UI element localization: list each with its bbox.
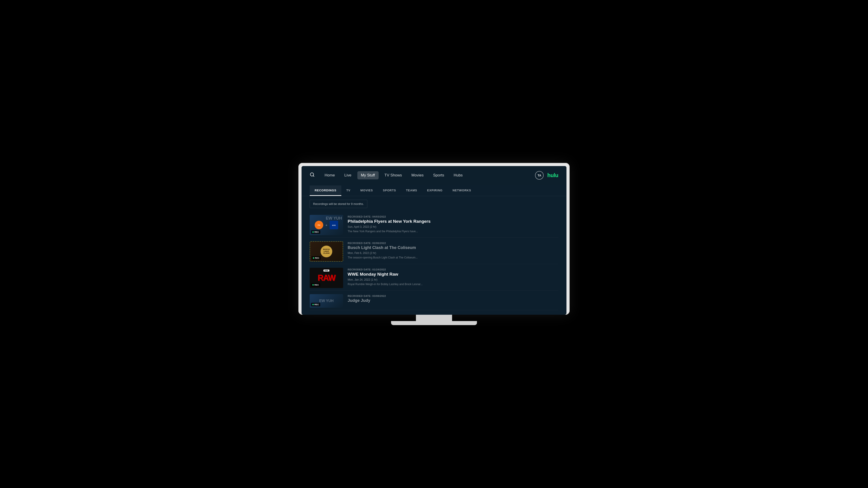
nav-item-live[interactable]: Live	[341, 171, 355, 180]
recording-item[interactable]: EW YUH PHI ●	[310, 213, 558, 238]
rec-dot	[312, 304, 314, 305]
recording-info: RECRODED DATE: 02/06/2022 Busch Light Cl…	[348, 241, 558, 259]
rec-badge: REC	[311, 303, 320, 306]
flyers-logo: PHI	[315, 221, 323, 229]
rec-subtitle: Sun, April 3, 2022 (2 hr)	[348, 225, 558, 228]
rec-dot	[312, 231, 314, 233]
recording-item[interactable]: WWE RAW REC RECRODED DATE: 01/24/2022 WW…	[310, 265, 558, 291]
nav-item-sports[interactable]: Sports	[430, 171, 448, 180]
recording-item[interactable]: EW YUH REC RECRODED DATE: 03/08/2022 Jud…	[310, 292, 558, 310]
rangers-logo: NYR	[330, 221, 338, 229]
tab-teams[interactable]: TEAMS	[401, 186, 422, 196]
recording-thumbnail: EW YUH REC	[310, 294, 343, 308]
content-area: Recordings will be stored for 9 months. …	[302, 196, 566, 315]
rec-label: REC	[315, 257, 319, 259]
nav-item-home[interactable]: Home	[321, 171, 338, 180]
tv-stand-neck	[416, 315, 452, 321]
nav-item-hubs[interactable]: Hubs	[450, 171, 466, 180]
rec-badge: REC	[311, 283, 320, 287]
rec-badge: REC	[311, 256, 321, 260]
thumb-text: EW YUH	[326, 216, 342, 221]
wwe-small: WWE	[323, 269, 329, 271]
nav-right: TA hulu	[535, 171, 558, 180]
rec-title: WWE Monday Night Raw	[348, 272, 558, 277]
rec-date: RECRODED DATE: 01/24/2022	[348, 268, 558, 271]
storage-notice: Recordings will be stored for 9 months.	[310, 200, 367, 208]
thumb-partial-text: EW YUH	[319, 299, 334, 303]
raw-logo: RAW	[318, 273, 335, 283]
tab-tv[interactable]: TV	[341, 186, 355, 196]
tab-sports[interactable]: SPORTS	[378, 186, 401, 196]
recording-list: EW YUH PHI ●	[310, 213, 558, 310]
recording-thumbnail: WWE RAW REC	[310, 268, 343, 288]
rec-description: The New York Rangers and the Philadelphi…	[348, 230, 558, 233]
rec-title: Busch Light Clash at The Coliseum	[348, 246, 558, 250]
recording-info: RECRODED DATE: 04/03/2022 Philadelphia F…	[348, 215, 558, 233]
tab-recordings[interactable]: RECORDINGS	[310, 186, 341, 196]
clash-badge: BUSCHLIGHTCLASH	[320, 246, 332, 257]
rec-subtitle: Mon, Feb 6, 2022 (2 hr)	[348, 252, 558, 255]
nav-item-tvshows[interactable]: TV Shows	[381, 171, 405, 180]
tv-stand-base	[391, 321, 477, 325]
rec-label: REC	[314, 231, 319, 233]
rec-description: The season-opening Busch Light Clash at …	[348, 256, 558, 260]
tab-expiring[interactable]: EXPIRING	[422, 186, 447, 196]
nav-bar: Home Live My Stuff TV Shows Movies Sport…	[302, 166, 566, 185]
rec-dot	[312, 284, 314, 286]
rec-dot	[313, 257, 314, 259]
recording-info: RECRODED DATE: 03/08/2022 Judge Judy	[348, 294, 558, 304]
rec-description: Royal Rumble Weigh-in for Bobby Lashley …	[348, 283, 558, 286]
search-icon[interactable]	[310, 172, 315, 178]
nav-items: Home Live My Stuff TV Shows Movies Sport…	[321, 171, 535, 180]
tv-frame: Home Live My Stuff TV Shows Movies Sport…	[298, 163, 569, 315]
rec-date: RECRODED DATE: 02/06/2022	[348, 242, 558, 245]
recording-info: RECRODED DATE: 01/24/2022 WWE Monday Nig…	[348, 268, 558, 286]
sub-tabs: RECORDINGS TV MOVIES SPORTS TEAMS EXPIRI…	[302, 186, 566, 196]
rec-badge: REC	[311, 230, 320, 234]
nav-item-mystuff[interactable]: My Stuff	[358, 171, 379, 180]
rec-date: RECRODED DATE: 04/03/2022	[348, 215, 558, 218]
tv-outer: Home Live My Stuff TV Shows Movies Sport…	[298, 163, 569, 325]
svg-line-1	[313, 175, 314, 176]
rec-label: REC	[314, 284, 319, 286]
rec-label: REC	[314, 303, 319, 306]
rec-title: Philadelphia Flyers at New York Rangers	[348, 219, 558, 224]
tv-screen: Home Live My Stuff TV Shows Movies Sport…	[302, 166, 566, 315]
tab-movies[interactable]: MOVIES	[355, 186, 378, 196]
recording-thumbnail: EW YUH PHI ●	[310, 215, 343, 235]
rec-date: RECRODED DATE: 03/08/2022	[348, 295, 558, 297]
recording-item[interactable]: BUSCHLIGHTCLASH REC RECRODED DATE: 02/06…	[310, 239, 558, 264]
recording-thumbnail: BUSCHLIGHTCLASH REC	[310, 241, 343, 262]
svg-text:NYR: NYR	[332, 224, 336, 226]
tab-networks[interactable]: NETWORKS	[447, 186, 476, 196]
nav-item-movies[interactable]: Movies	[408, 171, 427, 180]
rec-title: Judge Judy	[348, 298, 558, 303]
avatar[interactable]: TA	[535, 171, 544, 180]
svg-text:PHI: PHI	[318, 224, 320, 226]
rec-subtitle: Mon, Jan 24, 2022 (1 hr)	[348, 278, 558, 281]
hulu-logo: hulu	[547, 172, 558, 178]
